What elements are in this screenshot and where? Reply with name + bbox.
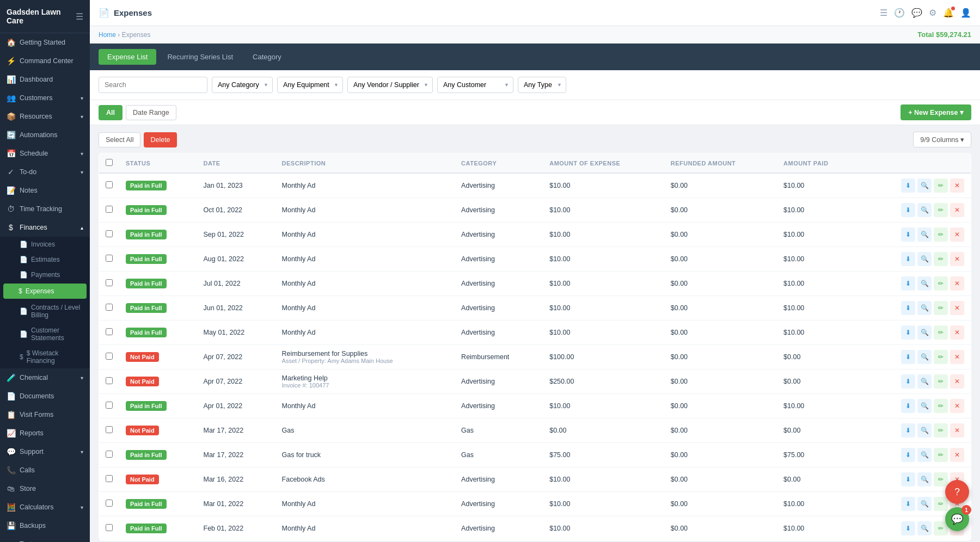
sidebar-item-chemical[interactable]: 🧪 Chemical ▾ — [0, 368, 90, 387]
delete-row-btn-5[interactable]: ✕ — [950, 301, 964, 315]
settings-icon[interactable]: ⚙ — [929, 8, 936, 18]
customer-select[interactable]: Any Customer — [437, 77, 513, 93]
delete-row-btn-2[interactable]: ✕ — [950, 227, 964, 242]
columns-button[interactable]: 9/9 Columns ▾ — [913, 132, 971, 147]
sidebar-item-visit-forms[interactable]: 📋 Visit Forms — [0, 405, 90, 424]
row-checkbox-9[interactable] — [106, 402, 113, 409]
sidebar-sub-estimates[interactable]: 📄 Estimates — [0, 252, 90, 267]
edit-btn-4[interactable]: ✏ — [934, 276, 948, 291]
delete-row-btn-11[interactable]: ✕ — [950, 448, 964, 462]
menu-icon[interactable]: ☰ — [880, 8, 887, 18]
vendor-select[interactable]: Any Vendor / Supplier — [347, 77, 433, 93]
row-checkbox-2[interactable] — [106, 230, 113, 237]
category-select[interactable]: Any Category — [212, 77, 273, 93]
edit-btn-9[interactable]: ✏ — [934, 399, 948, 413]
download-btn-4[interactable]: ⬇ — [901, 276, 915, 291]
sidebar-sub-payments[interactable]: 📄 Payments — [0, 267, 90, 282]
download-btn-7[interactable]: ⬇ — [901, 350, 915, 364]
help-fab-button[interactable]: ? — [945, 480, 969, 504]
row-checkbox-12[interactable] — [106, 475, 113, 482]
row-checkbox-4[interactable] — [106, 279, 113, 286]
download-btn-2[interactable]: ⬇ — [901, 227, 915, 242]
delete-row-btn-1[interactable]: ✕ — [950, 203, 964, 217]
sidebar-item-todo[interactable]: ✓ To-do ▾ — [0, 163, 90, 181]
sidebar-item-text[interactable]: ✉ Text — [0, 535, 90, 542]
edit-btn-8[interactable]: ✏ — [934, 374, 948, 389]
sidebar-sub-customer-statements[interactable]: 📄 Customer Statements — [0, 323, 90, 346]
view-btn-9[interactable]: 🔍 — [917, 399, 932, 413]
download-btn-12[interactable]: ⬇ — [901, 472, 915, 486]
delete-row-btn-6[interactable]: ✕ — [950, 325, 964, 340]
sidebar-sub-wisetack[interactable]: $ $ Wisetack Financing — [0, 346, 90, 368]
row-checkbox-7[interactable] — [106, 353, 113, 360]
sidebar-item-getting-started[interactable]: 🏠 Getting Started — [0, 33, 90, 52]
edit-btn-3[interactable]: ✏ — [934, 252, 948, 266]
clock-icon[interactable]: 🕐 — [894, 8, 905, 18]
sidebar-item-backups[interactable]: 💾 Backups — [0, 516, 90, 535]
row-checkbox-10[interactable] — [106, 426, 113, 433]
download-btn-0[interactable]: ⬇ — [901, 178, 915, 193]
breadcrumb-home[interactable]: Home — [99, 31, 116, 39]
edit-btn-0[interactable]: ✏ — [934, 178, 948, 193]
edit-btn-5[interactable]: ✏ — [934, 301, 948, 315]
row-checkbox-11[interactable] — [106, 451, 113, 458]
sidebar-item-automations[interactable]: 🔄 Automations — [0, 126, 90, 144]
row-checkbox-14[interactable] — [106, 524, 113, 531]
type-select[interactable]: Any Type — [518, 77, 566, 93]
equipment-select[interactable]: Any Equipment — [277, 77, 343, 93]
download-btn-13[interactable]: ⬇ — [901, 497, 915, 511]
sidebar-item-customers[interactable]: 👥 Customers ▾ — [0, 89, 90, 107]
view-btn-13[interactable]: 🔍 — [917, 497, 932, 511]
view-btn-5[interactable]: 🔍 — [917, 301, 932, 315]
edit-btn-2[interactable]: ✏ — [934, 227, 948, 242]
edit-btn-11[interactable]: ✏ — [934, 448, 948, 462]
sidebar-item-support[interactable]: 💬 Support ▾ — [0, 442, 90, 461]
view-btn-4[interactable]: 🔍 — [917, 276, 932, 291]
message-icon[interactable]: 💬 — [911, 8, 922, 18]
delete-row-btn-0[interactable]: ✕ — [950, 178, 964, 193]
delete-row-btn-3[interactable]: ✕ — [950, 252, 964, 266]
sidebar-item-reports[interactable]: 📈 Reports — [0, 424, 90, 442]
view-btn-12[interactable]: 🔍 — [917, 472, 932, 486]
sidebar-item-dashboard[interactable]: 📊 Dashboard — [0, 70, 90, 89]
sidebar-item-notes[interactable]: 📝 Notes — [0, 181, 90, 200]
view-btn-7[interactable]: 🔍 — [917, 350, 932, 364]
download-btn-1[interactable]: ⬇ — [901, 203, 915, 217]
edit-btn-10[interactable]: ✏ — [934, 423, 948, 438]
sidebar-sub-expenses[interactable]: $ Expenses — [3, 284, 87, 299]
sidebar-item-schedule[interactable]: 📅 Schedule ▾ — [0, 144, 90, 163]
download-btn-3[interactable]: ⬇ — [901, 252, 915, 266]
download-btn-10[interactable]: ⬇ — [901, 423, 915, 438]
select-all-button[interactable]: Select All — [99, 132, 140, 147]
delete-row-btn-7[interactable]: ✕ — [950, 350, 964, 364]
sidebar-item-resources[interactable]: 📦 Resources ▾ — [0, 107, 90, 126]
view-btn-2[interactable]: 🔍 — [917, 227, 932, 242]
download-btn-11[interactable]: ⬇ — [901, 448, 915, 462]
view-btn-8[interactable]: 🔍 — [917, 374, 932, 389]
edit-btn-13[interactable]: ✏ — [934, 497, 948, 511]
view-btn-0[interactable]: 🔍 — [917, 178, 932, 193]
user-avatar-icon[interactable]: 👤 — [960, 8, 971, 18]
sidebar-sub-invoices[interactable]: 📄 Invoices — [0, 237, 90, 252]
sidebar-item-command-center[interactable]: ⚡ Command Center — [0, 52, 90, 70]
tab-category[interactable]: Category — [244, 49, 290, 65]
delete-row-btn-9[interactable]: ✕ — [950, 399, 964, 413]
download-btn-14[interactable]: ⬇ — [901, 521, 915, 535]
edit-btn-12[interactable]: ✏ — [934, 472, 948, 486]
sidebar-item-store[interactable]: 🛍 Store — [0, 479, 90, 498]
delete-row-btn-4[interactable]: ✕ — [950, 276, 964, 291]
view-btn-6[interactable]: 🔍 — [917, 325, 932, 340]
view-btn-1[interactable]: 🔍 — [917, 203, 932, 217]
sidebar-item-calls[interactable]: 📞 Calls — [0, 461, 90, 479]
sidebar-item-calculators[interactable]: 🧮 Calculators ▾ — [0, 498, 90, 516]
view-btn-11[interactable]: 🔍 — [917, 448, 932, 462]
select-all-checkbox[interactable] — [106, 159, 113, 166]
row-checkbox-6[interactable] — [106, 328, 113, 335]
sidebar-item-finances[interactable]: $ Finances ▴ — [0, 218, 90, 237]
edit-btn-1[interactable]: ✏ — [934, 203, 948, 217]
sidebar-item-time-tracking[interactable]: ⏱ Time Tracking — [0, 200, 90, 218]
download-btn-5[interactable]: ⬇ — [901, 301, 915, 315]
all-filter-button[interactable]: All — [99, 105, 122, 120]
view-btn-3[interactable]: 🔍 — [917, 252, 932, 266]
view-btn-10[interactable]: 🔍 — [917, 423, 932, 438]
